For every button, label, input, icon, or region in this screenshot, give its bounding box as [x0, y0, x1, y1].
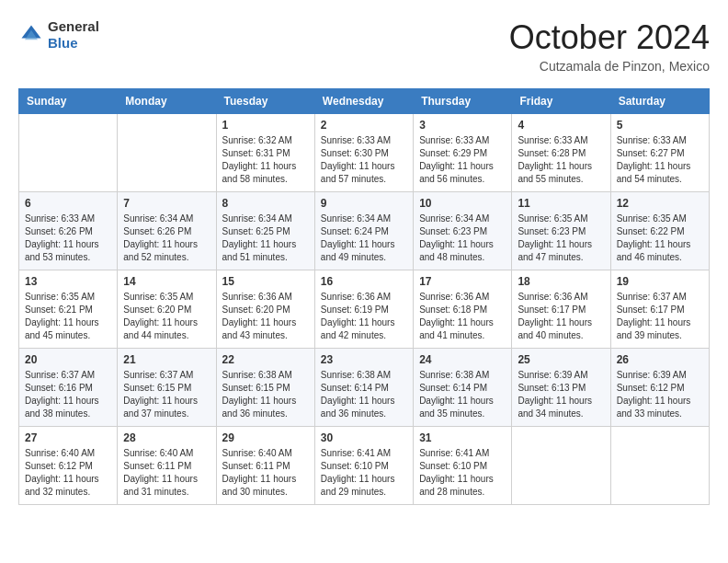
day-number: 4 [518, 119, 604, 132]
calendar-cell: 18Sunrise: 6:36 AM Sunset: 6:17 PM Dayli… [512, 270, 610, 349]
calendar-week-row: 27Sunrise: 6:40 AM Sunset: 6:12 PM Dayli… [19, 427, 710, 505]
calendar-cell [610, 427, 709, 505]
day-number: 9 [321, 197, 407, 210]
day-detail: Sunrise: 6:40 AM Sunset: 6:11 PM Dayligh… [222, 447, 309, 499]
day-number: 31 [419, 431, 506, 444]
calendar-cell: 3Sunrise: 6:33 AM Sunset: 6:29 PM Daylig… [414, 114, 512, 192]
day-number: 2 [321, 119, 407, 132]
day-detail: Sunrise: 6:35 AM Sunset: 6:20 PM Dayligh… [123, 291, 210, 342]
calendar-cell [512, 427, 610, 505]
calendar-cell [118, 114, 216, 192]
logo-general: General [48, 18, 99, 35]
day-detail: Sunrise: 6:33 AM Sunset: 6:28 PM Dayligh… [518, 134, 604, 186]
calendar-cell: 2Sunrise: 6:33 AM Sunset: 6:30 PM Daylig… [314, 114, 413, 192]
calendar-cell: 25Sunrise: 6:39 AM Sunset: 6:13 PM Dayli… [512, 349, 610, 427]
calendar-cell: 30Sunrise: 6:41 AM Sunset: 6:10 PM Dayli… [314, 427, 413, 505]
day-detail: Sunrise: 6:32 AM Sunset: 6:31 PM Dayligh… [222, 134, 309, 186]
day-detail: Sunrise: 6:34 AM Sunset: 6:23 PM Dayligh… [419, 213, 506, 264]
logo-icon [18, 22, 44, 48]
day-detail: Sunrise: 6:33 AM Sunset: 6:29 PM Dayligh… [419, 134, 506, 186]
day-detail: Sunrise: 6:33 AM Sunset: 6:26 PM Dayligh… [25, 213, 111, 264]
day-number: 5 [617, 119, 703, 132]
calendar-cell: 9Sunrise: 6:34 AM Sunset: 6:24 PM Daylig… [314, 192, 413, 270]
day-detail: Sunrise: 6:40 AM Sunset: 6:11 PM Dayligh… [123, 447, 210, 499]
calendar-cell: 8Sunrise: 6:34 AM Sunset: 6:25 PM Daylig… [216, 192, 314, 270]
calendar-cell: 7Sunrise: 6:34 AM Sunset: 6:26 PM Daylig… [118, 192, 216, 270]
day-number: 19 [617, 275, 703, 288]
calendar-week-row: 20Sunrise: 6:37 AM Sunset: 6:16 PM Dayli… [19, 349, 710, 427]
day-number: 16 [321, 275, 407, 288]
title-block: October 2024 Cutzamala de Pinzon, Mexico [509, 18, 710, 74]
day-detail: Sunrise: 6:37 AM Sunset: 6:16 PM Dayligh… [25, 369, 111, 420]
calendar-cell: 6Sunrise: 6:33 AM Sunset: 6:26 PM Daylig… [19, 192, 118, 270]
day-number: 30 [321, 431, 407, 444]
day-detail: Sunrise: 6:35 AM Sunset: 6:21 PM Dayligh… [25, 291, 111, 342]
day-detail: Sunrise: 6:39 AM Sunset: 6:13 PM Dayligh… [518, 369, 604, 420]
calendar-week-row: 6Sunrise: 6:33 AM Sunset: 6:26 PM Daylig… [19, 192, 710, 270]
calendar-cell: 19Sunrise: 6:37 AM Sunset: 6:17 PM Dayli… [610, 270, 709, 349]
day-number: 6 [25, 197, 111, 210]
day-number: 20 [25, 353, 111, 366]
day-number: 13 [25, 275, 111, 288]
day-number: 8 [222, 197, 309, 210]
calendar-table: SundayMondayTuesdayWednesdayThursdayFrid… [18, 88, 710, 505]
day-header-friday: Friday [512, 89, 610, 114]
calendar-cell: 15Sunrise: 6:36 AM Sunset: 6:20 PM Dayli… [216, 270, 314, 349]
calendar-cell [19, 114, 118, 192]
day-detail: Sunrise: 6:36 AM Sunset: 6:19 PM Dayligh… [321, 291, 407, 342]
day-number: 24 [419, 353, 506, 366]
calendar-cell: 11Sunrise: 6:35 AM Sunset: 6:23 PM Dayli… [512, 192, 610, 270]
day-detail: Sunrise: 6:41 AM Sunset: 6:10 PM Dayligh… [419, 447, 506, 499]
day-header-tuesday: Tuesday [216, 89, 314, 114]
calendar-header-row: SundayMondayTuesdayWednesdayThursdayFrid… [19, 89, 710, 114]
day-number: 3 [419, 119, 506, 132]
calendar-cell: 22Sunrise: 6:38 AM Sunset: 6:15 PM Dayli… [216, 349, 314, 427]
day-number: 26 [617, 353, 703, 366]
calendar-cell: 5Sunrise: 6:33 AM Sunset: 6:27 PM Daylig… [610, 114, 709, 192]
day-header-wednesday: Wednesday [314, 89, 413, 114]
day-number: 12 [617, 197, 703, 210]
day-detail: Sunrise: 6:34 AM Sunset: 6:25 PM Dayligh… [222, 213, 309, 264]
day-number: 21 [123, 353, 210, 366]
calendar-cell: 29Sunrise: 6:40 AM Sunset: 6:11 PM Dayli… [216, 427, 314, 505]
day-header-saturday: Saturday [610, 89, 709, 114]
day-detail: Sunrise: 6:40 AM Sunset: 6:12 PM Dayligh… [25, 447, 111, 499]
day-header-sunday: Sunday [19, 89, 118, 114]
calendar-week-row: 1Sunrise: 6:32 AM Sunset: 6:31 PM Daylig… [19, 114, 710, 192]
day-header-monday: Monday [118, 89, 216, 114]
calendar-cell: 17Sunrise: 6:36 AM Sunset: 6:18 PM Dayli… [414, 270, 512, 349]
calendar-cell: 1Sunrise: 6:32 AM Sunset: 6:31 PM Daylig… [216, 114, 314, 192]
day-detail: Sunrise: 6:33 AM Sunset: 6:27 PM Dayligh… [617, 134, 703, 186]
day-detail: Sunrise: 6:39 AM Sunset: 6:12 PM Dayligh… [617, 369, 703, 420]
day-number: 14 [123, 275, 210, 288]
calendar-cell: 23Sunrise: 6:38 AM Sunset: 6:14 PM Dayli… [314, 349, 413, 427]
day-number: 28 [123, 431, 210, 444]
day-number: 7 [123, 197, 210, 210]
day-number: 22 [222, 353, 309, 366]
calendar-week-row: 13Sunrise: 6:35 AM Sunset: 6:21 PM Dayli… [19, 270, 710, 349]
day-detail: Sunrise: 6:34 AM Sunset: 6:26 PM Dayligh… [123, 213, 210, 264]
day-detail: Sunrise: 6:37 AM Sunset: 6:17 PM Dayligh… [617, 291, 703, 342]
page-header: General Blue October 2024 Cutzamala de P… [18, 18, 710, 74]
day-detail: Sunrise: 6:36 AM Sunset: 6:18 PM Dayligh… [419, 291, 506, 342]
day-header-thursday: Thursday [414, 89, 512, 114]
month-title: October 2024 [509, 18, 710, 57]
day-detail: Sunrise: 6:38 AM Sunset: 6:14 PM Dayligh… [419, 369, 506, 420]
day-detail: Sunrise: 6:35 AM Sunset: 6:22 PM Dayligh… [617, 213, 703, 264]
calendar-cell: 4Sunrise: 6:33 AM Sunset: 6:28 PM Daylig… [512, 114, 610, 192]
logo-blue: Blue [48, 35, 99, 52]
day-detail: Sunrise: 6:36 AM Sunset: 6:17 PM Dayligh… [518, 291, 604, 342]
calendar-cell: 24Sunrise: 6:38 AM Sunset: 6:14 PM Dayli… [414, 349, 512, 427]
calendar-cell: 16Sunrise: 6:36 AM Sunset: 6:19 PM Dayli… [314, 270, 413, 349]
calendar-cell: 21Sunrise: 6:37 AM Sunset: 6:15 PM Dayli… [118, 349, 216, 427]
day-number: 15 [222, 275, 309, 288]
day-detail: Sunrise: 6:36 AM Sunset: 6:20 PM Dayligh… [222, 291, 309, 342]
calendar-cell: 28Sunrise: 6:40 AM Sunset: 6:11 PM Dayli… [118, 427, 216, 505]
calendar-cell: 31Sunrise: 6:41 AM Sunset: 6:10 PM Dayli… [414, 427, 512, 505]
day-detail: Sunrise: 6:41 AM Sunset: 6:10 PM Dayligh… [321, 447, 407, 499]
day-number: 10 [419, 197, 506, 210]
day-number: 1 [222, 119, 309, 132]
location: Cutzamala de Pinzon, Mexico [509, 59, 710, 74]
calendar-cell: 26Sunrise: 6:39 AM Sunset: 6:12 PM Dayli… [610, 349, 709, 427]
calendar-cell: 10Sunrise: 6:34 AM Sunset: 6:23 PM Dayli… [414, 192, 512, 270]
